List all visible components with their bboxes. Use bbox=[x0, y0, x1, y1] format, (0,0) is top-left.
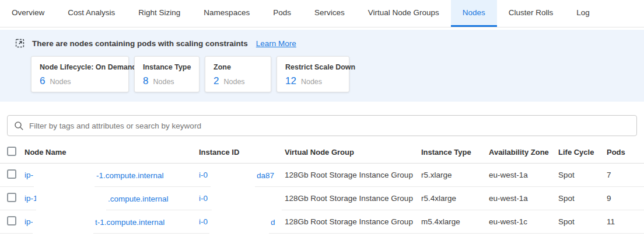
tab-log[interactable]: Log bbox=[565, 0, 601, 27]
instance-type-cell: r5.xlarge bbox=[421, 171, 489, 179]
virtual-node-group-cell: 128Gb Root Storage Instance Group bbox=[285, 194, 421, 203]
node-name-link[interactable]: t-1.compute.internal bbox=[95, 217, 164, 226]
instance-id-link[interactable]: d bbox=[271, 217, 275, 226]
instance-id-link[interactable]: da87 bbox=[257, 171, 274, 179]
col-instance-type: Instance Type bbox=[421, 148, 489, 157]
card-unit: Nodes bbox=[223, 78, 244, 86]
tab-services[interactable]: Services bbox=[303, 0, 356, 27]
table-row: ip- -1.compute.internal i-0 da87 128Gb R… bbox=[0, 164, 644, 187]
table-row: ip-1 .compute.internal i-0 128Gb Root St… bbox=[0, 187, 644, 210]
pods-cell: 11 bbox=[607, 217, 644, 226]
search-icon bbox=[14, 121, 24, 131]
tab-nodes[interactable]: Nodes bbox=[451, 0, 497, 27]
card-count: 12 bbox=[285, 75, 296, 86]
tab-overview[interactable]: Overview bbox=[0, 0, 56, 27]
card-unit: Nodes bbox=[153, 78, 174, 86]
instance-id-link[interactable]: i-0 bbox=[199, 194, 208, 203]
card-title: Restrict Scale Down bbox=[285, 63, 341, 71]
availability-zone-cell: eu-west-1a bbox=[489, 194, 558, 203]
scaling-constraints-banner: There are nodes containing pods with sca… bbox=[0, 30, 644, 102]
life-cycle-cell: Spot bbox=[558, 194, 607, 203]
learn-more-link[interactable]: Learn More bbox=[256, 39, 296, 48]
virtual-node-group-cell: 128Gb Root Storage Instance Group bbox=[285, 217, 421, 226]
pods-cell: 7 bbox=[607, 171, 644, 179]
row-checkbox[interactable] bbox=[7, 216, 16, 225]
pods-cell: 9 bbox=[607, 194, 644, 203]
card-title: Zone bbox=[214, 63, 262, 71]
card-title: Node Lifecycle: On Demand bbox=[40, 63, 120, 71]
node-name-link[interactable]: -1.compute.internal bbox=[96, 171, 164, 179]
availability-zone-cell: eu-west-1c bbox=[489, 217, 558, 226]
scale-out-icon bbox=[15, 38, 25, 48]
instance-type-cell: m5.4xlarge bbox=[421, 217, 489, 226]
life-cycle-cell: Spot bbox=[558, 217, 607, 226]
row-checkbox[interactable] bbox=[7, 193, 16, 202]
card-count: 8 bbox=[143, 75, 148, 86]
card-title: Instance Type bbox=[143, 63, 191, 71]
node-name-link[interactable]: .compute.internal bbox=[108, 194, 169, 203]
card-unit: Nodes bbox=[50, 78, 71, 86]
instance-id-link[interactable]: i-0 bbox=[199, 171, 208, 179]
banner-message: There are nodes containing pods with sca… bbox=[32, 39, 248, 48]
nodes-table: Node Name Instance ID Virtual Node Group… bbox=[0, 141, 644, 234]
col-instance-id: Instance ID bbox=[199, 148, 285, 157]
tab-right-sizing[interactable]: Right Sizing bbox=[127, 0, 192, 27]
tab-pods[interactable]: Pods bbox=[261, 0, 303, 27]
instance-type-cell: r5.4xlarge bbox=[421, 194, 489, 203]
col-life-cycle: Life Cycle bbox=[558, 148, 607, 157]
card-restrict-scale-down[interactable]: Restrict Scale Down 12Nodes bbox=[276, 56, 349, 92]
instance-id-link[interactable]: i-0 bbox=[199, 217, 208, 226]
tab-cluster-rolls[interactable]: Cluster Rolls bbox=[497, 0, 565, 27]
card-zone[interactable]: Zone 2Nodes bbox=[205, 56, 271, 92]
card-node-lifecycle[interactable]: Node Lifecycle: On Demand 6Nodes bbox=[31, 56, 129, 92]
node-name-link[interactable]: ip- bbox=[24, 217, 33, 226]
select-all-checkbox[interactable] bbox=[7, 147, 16, 156]
row-checkbox[interactable] bbox=[7, 169, 16, 179]
card-instance-type[interactable]: Instance Type 8Nodes bbox=[134, 56, 200, 92]
virtual-node-group-cell: 128Gb Root Storage Instance Group bbox=[285, 171, 421, 179]
search-input[interactable] bbox=[29, 122, 630, 130]
tab-namespaces[interactable]: Namespaces bbox=[192, 0, 261, 27]
node-name-link[interactable]: ip- bbox=[24, 171, 33, 179]
tab-cost-analysis[interactable]: Cost Analysis bbox=[56, 0, 127, 27]
life-cycle-cell: Spot bbox=[558, 171, 607, 179]
table-header: Node Name Instance ID Virtual Node Group… bbox=[0, 141, 644, 164]
col-virtual-node-group: Virtual Node Group bbox=[285, 148, 421, 157]
col-node-name: Node Name bbox=[24, 148, 199, 157]
filter-search-box bbox=[7, 115, 637, 136]
card-count: 2 bbox=[214, 75, 219, 86]
availability-zone-cell: eu-west-1a bbox=[489, 171, 558, 179]
constraint-cards: Node Lifecycle: On Demand 6Nodes Instanc… bbox=[31, 56, 644, 92]
card-unit: Nodes bbox=[301, 78, 322, 86]
col-pods: Pods bbox=[607, 148, 644, 157]
card-count: 6 bbox=[40, 75, 45, 86]
tab-bar: Overview Cost Analysis Right Sizing Name… bbox=[0, 0, 644, 27]
tab-virtual-node-groups[interactable]: Virtual Node Groups bbox=[356, 0, 451, 27]
col-availability-zone: Availability Zone bbox=[489, 148, 558, 157]
